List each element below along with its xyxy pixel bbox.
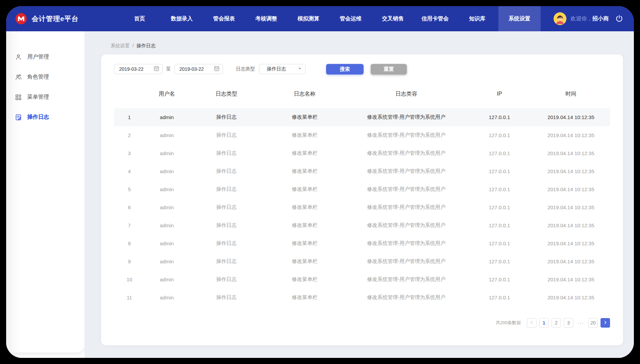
- table-row[interactable]: 4 admin 操作日志 修改菜单栏 修改系统管理-用户管理为系统用户 127.…: [114, 162, 610, 180]
- calendar-icon: [154, 66, 159, 72]
- cell-log-type: 操作日志: [189, 132, 264, 138]
- cell-log-content: 修改系统管理-用户管理为系统用户: [346, 168, 467, 175]
- cell-log-type: 操作日志: [189, 204, 264, 211]
- date-to-input[interactable]: 2019-03-22: [174, 64, 223, 74]
- table-row[interactable]: 2 admin 操作日志 修改菜单栏 修改系统管理-用户管理为系统用户 127.…: [114, 126, 610, 144]
- search-button[interactable]: 搜索: [326, 64, 364, 75]
- cell-log-content: 修改系统管理-用户管理为系统用户: [346, 222, 467, 229]
- sidebar-item-operation-log[interactable]: 操作日志: [6, 107, 84, 127]
- cell-time: 2019.04.14 10:12:35: [532, 186, 610, 192]
- cell-time: 2019.04.14 10:12:35: [532, 114, 610, 120]
- cell-log-content: 修改系统管理-用户管理为系统用户: [346, 276, 467, 283]
- cell-time: 2019.04.14 10:12:35: [532, 295, 610, 300]
- cell-index: 11: [114, 295, 145, 300]
- date-from-value: 2019-03-22: [119, 66, 144, 72]
- calendar-icon: [214, 66, 220, 72]
- user-icon: [15, 53, 22, 61]
- sidebar-item-label: 菜单管理: [27, 94, 49, 101]
- breadcrumb: 系统设置 / 操作日志: [111, 43, 623, 49]
- cell-log-content: 修改系统管理-用户管理为系统用户: [346, 150, 467, 156]
- cell-log-content: 修改系统管理-用户管理为系统用户: [346, 186, 467, 193]
- cell-index: 6: [114, 204, 145, 210]
- column-log-name: 日志名称: [264, 90, 346, 98]
- table-row[interactable]: 7 admin 操作日志 修改菜单栏 修改系统管理-用户管理为系统用户 127.…: [114, 216, 610, 234]
- log-type-label: 日志类型: [236, 66, 255, 72]
- cell-username: admin: [145, 259, 189, 264]
- cell-index: 10: [114, 277, 145, 282]
- cell-log-name: 修改菜单栏: [264, 150, 346, 156]
- pagination: 共200条数据 1 2 3 ··· 20: [114, 318, 610, 328]
- top-menu: 首页 数据录入 管会报表 考核调整 模拟测算 管会运维 交叉销售 信用卡管会 知…: [118, 6, 541, 31]
- cell-time: 2019.04.14 10:12:35: [532, 241, 610, 246]
- nav-item-cross-sell[interactable]: 交叉销售: [372, 6, 414, 31]
- table-row[interactable]: 5 admin 操作日志 修改菜单栏 修改系统管理-用户管理为系统用户 127.…: [114, 180, 610, 198]
- nav-item-mgmt-ops[interactable]: 管会运维: [330, 6, 372, 31]
- cell-index: 9: [114, 259, 145, 264]
- breadcrumb-parent[interactable]: 系统设置: [111, 43, 130, 49]
- sidebar-item-role-management[interactable]: 角色管理: [6, 67, 84, 87]
- nav-item-simulation[interactable]: 模拟测算: [287, 6, 330, 31]
- cell-log-content: 修改系统管理-用户管理为系统用户: [346, 258, 467, 265]
- date-from-input[interactable]: 2019-03-22: [114, 64, 163, 74]
- sidebar-item-label: 操作日志: [27, 114, 49, 121]
- content-area: 系统设置 / 操作日志 2019-03-22: [84, 31, 634, 358]
- brand: 会计管理e平台: [6, 6, 118, 31]
- nav-item-assess-adjust[interactable]: 考核调整: [245, 6, 287, 31]
- cell-ip: 127.0.0.1: [467, 295, 532, 300]
- log-type-select[interactable]: 操作日志: [259, 64, 306, 74]
- cell-username: admin: [145, 114, 189, 120]
- table-body: 1 admin 操作日志 修改菜单栏 修改系统管理-用户管理为系统用户 127.…: [114, 108, 610, 307]
- cell-username: admin: [145, 168, 189, 174]
- top-navbar: 会计管理e平台 首页 数据录入 管会报表 考核调整 模拟测算 管会运维 交叉销售…: [6, 6, 634, 31]
- chevron-left-icon: [529, 320, 534, 326]
- table-header: 用户名 日志类型 日志名称 日志类容 IP 时间: [114, 86, 610, 102]
- cell-log-name: 修改菜单栏: [264, 258, 346, 265]
- table-row[interactable]: 9 admin 操作日志 修改菜单栏 修改系统管理-用户管理为系统用户 127.…: [114, 252, 610, 270]
- next-page-button[interactable]: [601, 318, 610, 328]
- avatar[interactable]: [554, 12, 566, 25]
- nav-item-credit-card[interactable]: 信用卡管会: [414, 6, 456, 31]
- cell-log-type: 操作日志: [189, 258, 264, 265]
- nav-item-mgmt-report[interactable]: 管会报表: [203, 6, 245, 31]
- cell-log-name: 修改菜单栏: [264, 240, 346, 247]
- sidebar-item-label: 用户管理: [27, 53, 49, 61]
- page-button-3[interactable]: 3: [564, 318, 573, 328]
- table-row[interactable]: 11 admin 操作日志 修改菜单栏 修改系统管理-用户管理为系统用户 127…: [114, 288, 610, 307]
- cell-username: admin: [145, 132, 189, 138]
- app-window: 会计管理e平台 首页 数据录入 管会报表 考核调整 模拟测算 管会运维 交叉销售…: [6, 6, 634, 358]
- log-panel: 2019-03-22 至 2019-03-22: [101, 54, 623, 345]
- cell-index: 7: [114, 222, 145, 228]
- nav-item-knowledge[interactable]: 知识库: [456, 6, 498, 31]
- cell-time: 2019.04.14 10:12:35: [532, 132, 610, 138]
- sidebar-item-menu-management[interactable]: 菜单管理: [6, 87, 84, 107]
- cell-index: 5: [114, 186, 145, 192]
- log-edit-icon: [15, 114, 22, 121]
- sidebar-item-label: 角色管理: [27, 73, 49, 81]
- cell-username: admin: [145, 222, 189, 228]
- cell-ip: 127.0.0.1: [467, 277, 532, 282]
- table-row[interactable]: 8 admin 操作日志 修改菜单栏 修改系统管理-用户管理为系统用户 127.…: [114, 234, 610, 252]
- sidebar-item-user-management[interactable]: 用户管理: [6, 47, 84, 67]
- cell-ip: 127.0.0.1: [467, 186, 532, 192]
- breadcrumb-current: 操作日志: [137, 43, 156, 49]
- table-row[interactable]: 10 admin 操作日志 修改菜单栏 修改系统管理-用户管理为系统用户 127…: [114, 270, 610, 288]
- table-row[interactable]: 1 admin 操作日志 修改菜单栏 修改系统管理-用户管理为系统用户 127.…: [114, 108, 610, 126]
- cell-ip: 127.0.0.1: [467, 222, 532, 228]
- logout-power-icon[interactable]: [615, 14, 624, 23]
- cell-ip: 127.0.0.1: [467, 132, 532, 138]
- page-button-2[interactable]: 2: [551, 318, 561, 328]
- cell-log-type: 操作日志: [189, 168, 264, 175]
- table-row[interactable]: 3 admin 操作日志 修改菜单栏 修改系统管理-用户管理为系统用户 127.…: [114, 144, 610, 162]
- reset-button[interactable]: 重置: [371, 64, 407, 75]
- nav-item-system-settings[interactable]: 系统设置: [498, 6, 541, 31]
- table-row[interactable]: 6 admin 操作日志 修改菜单栏 修改系统管理-用户管理为系统用户 127.…: [114, 198, 610, 216]
- cell-ip: 127.0.0.1: [467, 204, 532, 210]
- page-button-1[interactable]: 1: [539, 318, 549, 328]
- nav-item-data-entry[interactable]: 数据录入: [161, 6, 203, 31]
- prev-page-button[interactable]: [527, 318, 537, 328]
- nav-item-home[interactable]: 首页: [118, 6, 161, 31]
- welcome-text: 欢迎你，招小商: [571, 15, 609, 22]
- breadcrumb-separator: /: [132, 43, 134, 49]
- log-type-value: 操作日志: [267, 66, 286, 72]
- page-button-20[interactable]: 20: [588, 318, 598, 328]
